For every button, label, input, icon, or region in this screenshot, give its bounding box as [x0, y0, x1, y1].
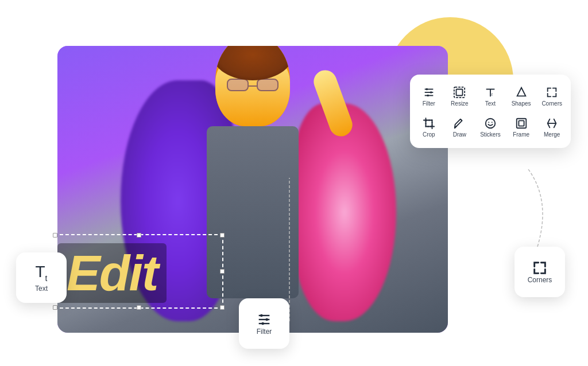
filter-floating-card[interactable]: Filter: [239, 298, 289, 349]
fur-coat-right: [293, 103, 396, 321]
tool-filter[interactable]: Filter: [415, 81, 443, 110]
corners-floating-card[interactable]: Corners: [514, 247, 565, 297]
crop-icon: [423, 117, 435, 130]
text-floating-card[interactable]: Tt Text: [16, 252, 67, 303]
stickers-label: Stickers: [480, 131, 501, 138]
sunglass-bridge: [249, 85, 257, 87]
corners-floating-icon: [532, 260, 548, 276]
corners-label: Corners: [541, 100, 562, 107]
tool-text[interactable]: t Text: [476, 81, 505, 110]
handle-top-left[interactable]: [53, 233, 57, 237]
tool-merge[interactable]: Merge: [537, 112, 566, 141]
tool-shapes[interactable]: Shapes: [507, 81, 536, 110]
svg-rect-6: [454, 87, 465, 98]
svg-rect-18: [519, 120, 524, 126]
sunglasses: [227, 79, 278, 93]
resize-label: Resize: [451, 100, 469, 107]
tool-resize[interactable]: Resize: [446, 81, 474, 110]
svg-point-24: [265, 318, 268, 321]
svg-line-12: [461, 119, 462, 121]
torso: [207, 126, 299, 298]
sunglass-left: [227, 79, 249, 91]
filter-floating-icon: [256, 312, 272, 328]
svg-point-3: [425, 88, 428, 91]
svg-point-23: [260, 314, 263, 317]
svg-point-5: [427, 95, 429, 97]
filter-floating-label: Filter: [257, 328, 272, 336]
filter-label: Filter: [423, 100, 435, 107]
svg-point-15: [488, 122, 489, 123]
svg-point-14: [486, 119, 496, 129]
text-floating-icon: Tt: [36, 263, 48, 283]
corners-icon: [546, 86, 558, 99]
crop-label: Crop: [423, 131, 435, 138]
tool-draw[interactable]: Draw: [446, 112, 474, 141]
svg-point-16: [492, 122, 493, 123]
stickers-icon: [484, 117, 497, 130]
svg-point-25: [261, 322, 264, 325]
svg-rect-17: [516, 119, 526, 129]
draw-icon: [453, 117, 466, 130]
merge-label: Merge: [544, 131, 560, 138]
frame-icon: [515, 117, 528, 130]
tool-frame[interactable]: Frame: [507, 112, 536, 141]
edit-text-value: Edit: [67, 244, 157, 301]
toolbar-panel: Filter Resize t Text Shapes: [410, 75, 571, 148]
tool-crop[interactable]: Crop: [415, 112, 443, 141]
tool-corners[interactable]: Corners: [537, 81, 566, 110]
corners-floating-label: Corners: [528, 276, 552, 284]
shapes-icon: [515, 86, 528, 99]
woman-figure: [144, 46, 362, 333]
frame-label: Frame: [513, 131, 529, 138]
svg-rect-7: [457, 89, 463, 96]
svg-text:t: t: [492, 92, 493, 97]
resize-icon: [453, 86, 466, 99]
svg-rect-11: [425, 120, 432, 127]
shapes-label: Shapes: [512, 100, 531, 107]
filter-icon: [423, 86, 435, 99]
handle-bottom-left[interactable]: [53, 305, 57, 310]
text-label: Text: [485, 100, 496, 107]
main-scene: Edit Filter Resize: [0, 0, 588, 366]
edit-text-overlay: Edit: [57, 243, 167, 303]
tool-stickers[interactable]: Stickers: [476, 112, 505, 141]
text-floating-label: Text: [35, 285, 48, 293]
head: [215, 46, 290, 126]
draw-label: Draw: [453, 131, 466, 138]
merge-icon: [546, 117, 558, 130]
text-icon: t: [484, 86, 497, 99]
svg-point-4: [430, 91, 432, 94]
sunglass-right: [257, 79, 278, 91]
